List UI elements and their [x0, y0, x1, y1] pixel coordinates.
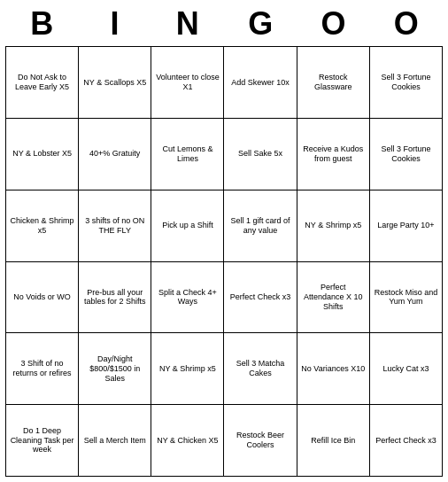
title-n: N: [151, 5, 224, 43]
cell-26[interactable]: NY & Shrimp x5: [151, 333, 224, 405]
cell-29[interactable]: Lucky Cat x3: [370, 333, 443, 405]
cell-25[interactable]: Day/Night $800/$1500 in Sales: [79, 333, 151, 405]
cell-3[interactable]: Add Skewer 10x: [224, 47, 297, 119]
cell-28[interactable]: No Variances X10: [297, 333, 370, 405]
cell-33[interactable]: Restock Beer Coolers: [224, 405, 297, 477]
cell-7[interactable]: 40+% Gratuity: [79, 119, 151, 190]
title-b: B: [5, 5, 78, 43]
cell-1[interactable]: NY & Scallops X5: [79, 47, 151, 119]
title-i: I: [78, 5, 151, 43]
cell-9[interactable]: Sell Sake 5x: [224, 119, 297, 190]
cell-34[interactable]: Refill Ice Bin: [297, 405, 370, 477]
cell-35[interactable]: Perfect Check x3: [370, 405, 443, 477]
bingo-grid: Do Not Ask to Leave Early X5NY & Scallop…: [5, 46, 443, 477]
cell-32[interactable]: NY & Chicken X5: [151, 405, 224, 477]
cell-11[interactable]: Sell 3 Fortune Cookies: [370, 119, 443, 190]
cell-8[interactable]: Cut Lemons & Limes: [151, 119, 224, 190]
cell-2[interactable]: Volunteer to close X1: [151, 47, 224, 119]
cell-4[interactable]: Restock Glassware: [297, 47, 370, 119]
cell-15[interactable]: Sell 1 gift card of any value: [224, 190, 297, 262]
cell-27[interactable]: Sell 3 Matcha Cakes: [224, 333, 297, 405]
cell-31[interactable]: Sell a Merch Item: [79, 405, 151, 477]
cell-5[interactable]: Sell 3 Fortune Cookies: [370, 47, 443, 119]
bingo-title: B I N G O O: [5, 5, 443, 43]
cell-14[interactable]: Pick up a Shift: [151, 190, 224, 262]
title-g: G: [224, 5, 297, 43]
cell-10[interactable]: Receive a Kudos from guest: [297, 119, 370, 190]
cell-13[interactable]: 3 shifts of no ON THE FLY: [79, 190, 151, 262]
cell-23[interactable]: Restock Miso and Yum Yum: [370, 262, 443, 334]
cell-12[interactable]: Chicken & Shrimp x5: [6, 190, 79, 262]
cell-6[interactable]: NY & Lobster X5: [6, 119, 79, 190]
cell-21[interactable]: Perfect Check x3: [224, 262, 297, 334]
cell-19[interactable]: Pre-bus all your tables for 2 Shifts: [79, 262, 151, 334]
cell-30[interactable]: Do 1 Deep Cleaning Task per week: [6, 405, 79, 477]
cell-0[interactable]: Do Not Ask to Leave Early X5: [6, 47, 79, 119]
cell-16[interactable]: NY & Shrimp x5: [297, 190, 370, 262]
title-o1: O: [297, 5, 369, 43]
cell-20[interactable]: Split a Check 4+ Ways: [151, 262, 224, 334]
cell-18[interactable]: No Voids or WO: [6, 262, 79, 334]
cell-17[interactable]: Large Party 10+: [370, 190, 443, 262]
cell-22[interactable]: Perfect Attendance X 10 Shifts: [297, 262, 370, 334]
cell-24[interactable]: 3 Shift of no returns or refires: [6, 333, 79, 405]
title-o2: O: [370, 5, 443, 43]
